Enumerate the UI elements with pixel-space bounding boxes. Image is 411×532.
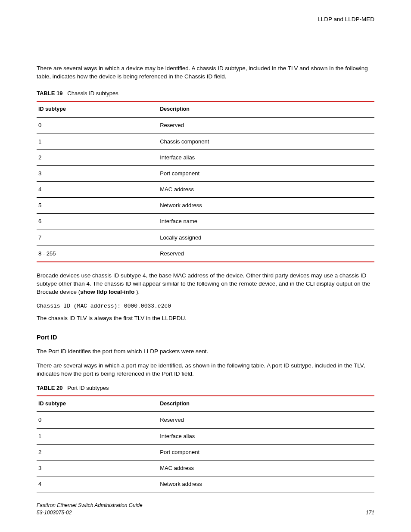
table-20-cell: MAC address	[158, 460, 374, 476]
table-19-label: TABLE 19	[37, 90, 62, 96]
table-row: 1Chassis component	[37, 134, 374, 149]
table-20-header-0: ID subtype	[37, 396, 158, 412]
table-row: 3MAC address	[37, 460, 374, 476]
table-row: 0Reserved	[37, 117, 374, 134]
footer-page-number: 171	[366, 509, 374, 516]
table-19-cell: 2	[37, 149, 158, 165]
port-id-p1: The Port ID identifies the port from whi…	[37, 348, 374, 356]
port-id-p2: There are several ways in which a port m…	[37, 362, 374, 378]
table-19-cell: 4	[37, 182, 158, 198]
table-20-cell: Interface alias	[158, 428, 374, 444]
table-19-title: Chassis ID subtypes	[67, 90, 118, 96]
table-19-cell: 1	[37, 134, 158, 149]
table-row: 6Interface name	[37, 214, 374, 230]
table-19-cell: Reserved	[158, 246, 374, 262]
table-row: 2Interface alias	[37, 149, 374, 165]
table-19-cell: 5	[37, 198, 158, 214]
page-footer: FastIron Ethernet Switch Administration …	[37, 502, 374, 516]
post-table19-p1: Brocade devices use chassis ID subtype 4…	[37, 272, 374, 296]
table-20-caption: TABLE 20 Port ID subtypes	[37, 384, 374, 392]
table-row: 8 - 255Reserved	[37, 246, 374, 262]
table-20-label: TABLE 20	[37, 385, 62, 391]
post-table19-p2: The chassis ID TLV is always the first T…	[37, 314, 374, 323]
footer-title: FastIron Ethernet Switch Administration …	[37, 502, 143, 509]
table-19-cell: 7	[37, 230, 158, 246]
table-row: 4MAC address	[37, 182, 374, 198]
page-header-right: LLDP and LLDP-MED	[37, 16, 374, 24]
table-20-cell: 1	[37, 428, 158, 444]
table-20-cell: Network address	[158, 476, 374, 492]
table-20-cell: 4	[37, 476, 158, 492]
table-row: 3Port component	[37, 165, 374, 181]
code-output: Chassis ID (MAC address): 0000.0033.e2c0	[37, 302, 374, 310]
table-19-cell: Locally assigned	[158, 230, 374, 246]
intro-paragraph: There are several ways in which a device…	[37, 65, 374, 81]
footer-docnum: 53-1003075-02	[37, 509, 143, 516]
table-20-cell: 3	[37, 460, 158, 476]
table-19-cell: Network address	[158, 198, 374, 214]
table-20-title: Port ID subtypes	[67, 385, 109, 391]
table-19-header-0: ID subtype	[37, 101, 158, 118]
table-19-header-1: Description	[158, 101, 374, 118]
table-19-cell: Chassis component	[158, 134, 374, 149]
table-19: ID subtype Description 0Reserved1Chassis…	[37, 101, 374, 262]
table-20-cell: Reserved	[158, 412, 374, 428]
table-20-cell: 2	[37, 444, 158, 460]
table-row: 5Network address	[37, 198, 374, 214]
table-19-cell: 8 - 255	[37, 246, 158, 262]
table-19-cell: 3	[37, 165, 158, 181]
table-19-cell: Port component	[158, 165, 374, 181]
table-row: 1Interface alias	[37, 428, 374, 444]
table-20-cell: 0	[37, 412, 158, 428]
table-19-cell: Interface alias	[158, 149, 374, 165]
table-19-cell: Reserved	[158, 117, 374, 134]
table-row: 7Locally assigned	[37, 230, 374, 246]
post-table19-p1b: ).	[134, 289, 140, 295]
table-19-cell: MAC address	[158, 182, 374, 198]
table-19-cell: Interface name	[158, 214, 374, 230]
table-19-cell: 0	[37, 117, 158, 134]
table-row: 0Reserved	[37, 412, 374, 428]
table-row: 2Port component	[37, 444, 374, 460]
table-20: ID subtype Description 0Reserved1Interfa…	[37, 395, 374, 492]
table-row: 4Network address	[37, 476, 374, 492]
port-id-heading: Port ID	[37, 333, 374, 342]
table-20-header-1: Description	[158, 396, 374, 412]
table-19-cell: 6	[37, 214, 158, 230]
table-20-cell: Port component	[158, 444, 374, 460]
table-19-caption: TABLE 19 Chassis ID subtypes	[37, 90, 374, 97]
cli-command: show lldp local-info	[80, 289, 134, 295]
